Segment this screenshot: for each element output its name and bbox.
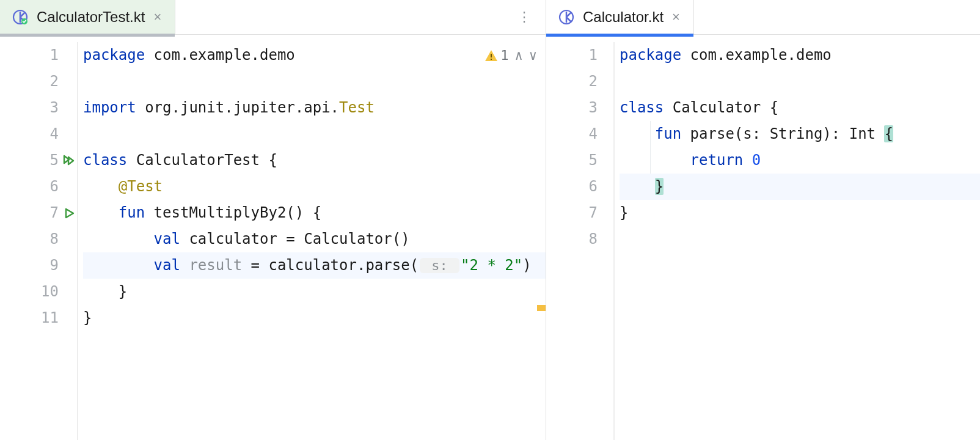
editor-pane-left: CalculatorTest.kt × ⋮ 1 2 3 4 5 6 7 bbox=[0, 0, 546, 440]
more-actions-icon[interactable]: ⋮ bbox=[503, 9, 546, 25]
tab-bar-left: CalculatorTest.kt × ⋮ bbox=[0, 0, 546, 35]
line-number: 3 bbox=[50, 95, 59, 121]
code-line[interactable]: fun testMultiplyBy2() { bbox=[83, 200, 546, 226]
code-line[interactable]: } bbox=[620, 200, 980, 226]
line-number: 5 bbox=[589, 147, 598, 174]
line-number: 2 bbox=[589, 68, 598, 95]
code-line[interactable] bbox=[83, 68, 546, 95]
gutter-left: 1 2 3 4 5 6 7 8 9 10 11 bbox=[0, 42, 78, 440]
editor-right[interactable]: 1 2 3 4 5 6 7 8 package com.example.demo… bbox=[546, 35, 980, 440]
code-line[interactable]: } bbox=[620, 174, 980, 200]
indent-guide bbox=[650, 121, 651, 174]
error-stripe-marker[interactable] bbox=[537, 305, 546, 311]
code-line[interactable]: package com.example.demo bbox=[620, 42, 980, 68]
code-line[interactable]: @Test bbox=[83, 174, 546, 200]
code-area-right[interactable]: package com.example.demo class Calculato… bbox=[615, 42, 980, 440]
code-line[interactable]: } bbox=[83, 305, 546, 331]
editor-pane-right: Calculator.kt × 1 2 3 4 5 6 7 8 package … bbox=[546, 0, 980, 440]
line-number: 9 bbox=[50, 252, 59, 279]
line-number: 7 bbox=[50, 200, 59, 226]
line-number: 1 bbox=[50, 42, 59, 68]
code-line[interactable]: fun parse(s: String): Int { bbox=[620, 121, 980, 147]
code-line[interactable]: import org.junit.jupiter.api.Test bbox=[83, 95, 546, 121]
line-number: 7 bbox=[589, 200, 598, 226]
inspection-widget[interactable]: 1 ∧ ∨ bbox=[485, 42, 537, 68]
line-number: 10 bbox=[41, 279, 59, 305]
gutter-right: 1 2 3 4 5 6 7 8 bbox=[546, 42, 615, 440]
svg-rect-3 bbox=[491, 59, 492, 60]
next-highlight-icon[interactable]: ∨ bbox=[529, 42, 537, 68]
code-line[interactable] bbox=[620, 68, 980, 95]
warning-icon bbox=[485, 49, 498, 62]
editor-left[interactable]: 1 2 3 4 5 6 7 8 9 10 11 package c bbox=[0, 35, 546, 440]
code-line[interactable]: package com.example.demo bbox=[83, 42, 546, 68]
close-icon[interactable]: × bbox=[153, 10, 161, 24]
run-class-icon[interactable] bbox=[62, 154, 76, 167]
line-number: 2 bbox=[50, 68, 59, 95]
line-number: 5 bbox=[50, 147, 59, 174]
code-line[interactable]: val result = calculator.parse( s: "2 * 2… bbox=[83, 252, 546, 279]
prev-highlight-icon[interactable]: ∧ bbox=[515, 42, 523, 68]
code-area-left[interactable]: package com.example.demo import org.juni… bbox=[78, 42, 546, 440]
line-number: 8 bbox=[50, 226, 59, 252]
line-number: 4 bbox=[50, 121, 59, 147]
tab-bar-right: Calculator.kt × bbox=[546, 0, 980, 35]
line-number: 4 bbox=[589, 121, 598, 147]
line-number: 6 bbox=[589, 174, 598, 200]
warning-indicator[interactable]: 1 bbox=[485, 42, 508, 68]
code-line[interactable] bbox=[83, 121, 546, 147]
tab-label: Calculator.kt bbox=[583, 9, 664, 26]
tab-calculator-test[interactable]: CalculatorTest.kt × bbox=[0, 0, 175, 34]
line-number: 11 bbox=[41, 305, 59, 331]
param-hint: s: bbox=[420, 258, 459, 273]
close-icon[interactable]: × bbox=[672, 10, 680, 24]
code-line[interactable]: class CalculatorTest { bbox=[83, 147, 546, 174]
code-line[interactable]: return 0 bbox=[620, 147, 980, 174]
line-number: 6 bbox=[50, 174, 59, 200]
tab-calculator[interactable]: Calculator.kt × bbox=[546, 0, 694, 34]
line-number: 1 bbox=[589, 42, 598, 68]
svg-rect-2 bbox=[491, 54, 492, 57]
run-test-icon[interactable] bbox=[64, 207, 76, 219]
code-line[interactable]: } bbox=[83, 279, 546, 305]
kotlin-file-icon bbox=[12, 9, 28, 25]
line-number: 8 bbox=[589, 226, 598, 252]
kotlin-file-icon bbox=[558, 9, 574, 25]
code-line[interactable]: val calculator = Calculator() bbox=[83, 226, 546, 252]
line-number: 3 bbox=[589, 95, 598, 121]
code-line[interactable] bbox=[620, 226, 980, 252]
code-line[interactable]: class Calculator { bbox=[620, 95, 980, 121]
warning-count: 1 bbox=[500, 42, 508, 68]
tab-label: CalculatorTest.kt bbox=[37, 9, 145, 26]
